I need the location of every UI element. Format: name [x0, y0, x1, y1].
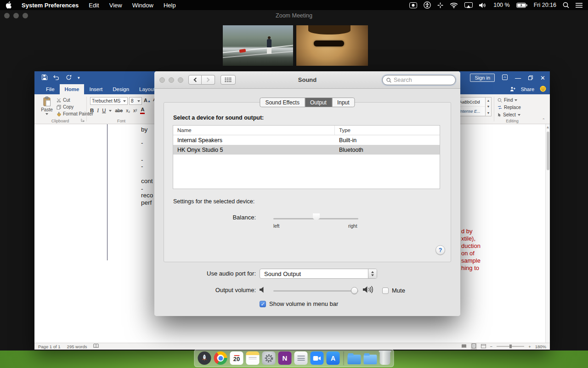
- replace-button[interactable]: Replace: [498, 105, 521, 110]
- onenote-icon[interactable]: N: [278, 351, 292, 365]
- tab-output[interactable]: Output: [305, 98, 332, 107]
- zoom-percentage[interactable]: 180%: [535, 344, 546, 349]
- tab-home[interactable]: Home: [60, 84, 85, 94]
- font-color-button[interactable]: A: [140, 107, 145, 114]
- wifi-status-icon[interactable]: [450, 2, 458, 8]
- system-preferences-icon[interactable]: [262, 351, 276, 365]
- select-button[interactable]: Select: [498, 112, 520, 117]
- participant-video-2[interactable]: [296, 25, 368, 66]
- notification-center-icon[interactable]: [576, 3, 582, 8]
- word-count[interactable]: 295 words: [67, 344, 87, 349]
- strikethrough-button[interactable]: abe: [115, 108, 123, 113]
- share-button[interactable]: Share: [521, 86, 534, 92]
- table-row-selected[interactable]: HK Onyx Studio 5 Bluetooth: [173, 145, 440, 155]
- zoom-out-button[interactable]: −: [490, 344, 493, 349]
- italic-button[interactable]: I: [97, 108, 99, 113]
- undo-button[interactable]: [53, 74, 60, 82]
- spotlight-icon[interactable]: [563, 2, 569, 8]
- tab-file[interactable]: File: [41, 84, 60, 94]
- menu-bar-clock[interactable]: Fri 20:16: [534, 2, 556, 8]
- styles-more-icon[interactable]: ▼: [487, 111, 490, 115]
- clipboard-dialog-launcher-icon[interactable]: [81, 118, 85, 123]
- volume-status-icon[interactable]: [479, 2, 487, 8]
- scrollbar-thumb[interactable]: [547, 132, 549, 170]
- find-button[interactable]: Find: [498, 98, 517, 103]
- launchpad-icon[interactable]: [198, 351, 211, 365]
- style-normal[interactable]: AaBbCcDd: [458, 98, 485, 107]
- notes-icon[interactable]: [246, 351, 260, 365]
- search-field[interactable]: [382, 75, 456, 85]
- font-size-combobox[interactable]: 8: [129, 97, 142, 105]
- style-intense[interactable]: Intense E...: [458, 107, 485, 116]
- minimize-button[interactable]: —: [515, 75, 521, 81]
- participant-video-1[interactable]: [223, 25, 293, 66]
- audio-port-dropdown[interactable]: Sound Output: [260, 269, 377, 279]
- scroll-up-icon[interactable]: ▲: [546, 125, 550, 129]
- zoom-in-button[interactable]: +: [528, 344, 531, 349]
- cut-button[interactable]: Cut: [57, 98, 70, 103]
- print-layout-button[interactable]: [471, 343, 477, 350]
- styles-up-icon[interactable]: ▲: [487, 99, 490, 102]
- paste-button[interactable]: Paste: [39, 97, 55, 119]
- trash-icon[interactable]: [380, 352, 390, 365]
- search-input[interactable]: [394, 77, 444, 83]
- zoom-slider-thumb[interactable]: [509, 345, 512, 348]
- feedback-smiley-icon[interactable]: [540, 86, 546, 93]
- mute-checkbox[interactable]: [382, 288, 389, 294]
- output-volume-thumb[interactable]: [351, 287, 358, 294]
- copy-button[interactable]: Copy: [57, 104, 74, 109]
- underline-caret-icon[interactable]: [109, 110, 112, 113]
- documents-folder-icon[interactable]: [364, 355, 377, 364]
- bold-button[interactable]: B: [90, 108, 94, 113]
- show-volume-checkbox[interactable]: [260, 301, 266, 307]
- display-status-icon[interactable]: [464, 2, 473, 8]
- proofing-icon[interactable]: [93, 344, 99, 349]
- redo-button[interactable]: [66, 74, 72, 82]
- generic-app-icon[interactable]: [294, 351, 308, 365]
- apple-menu-icon[interactable]: [6, 1, 11, 9]
- format-painter-button[interactable]: Format Painter: [57, 111, 93, 116]
- active-app-menu[interactable]: System Preferences: [22, 2, 79, 9]
- zoom-slider[interactable]: [497, 346, 524, 347]
- help-button[interactable]: ?: [435, 245, 445, 255]
- cross-star-status-icon[interactable]: [437, 2, 443, 8]
- vertical-scrollbar[interactable]: ▲: [545, 124, 550, 343]
- customize-qat-caret-icon[interactable]: ▾: [78, 76, 80, 80]
- close-button[interactable]: ✕: [540, 75, 545, 81]
- page-indicator[interactable]: Page 1 of 1: [38, 344, 61, 349]
- output-volume-slider[interactable]: [273, 290, 358, 292]
- column-name[interactable]: Name: [173, 126, 335, 135]
- restore-button[interactable]: [528, 74, 533, 82]
- save-button[interactable]: [42, 74, 47, 82]
- styles-gallery[interactable]: AaBbCcDd Intense E...: [457, 97, 486, 116]
- app-store-icon[interactable]: A: [327, 351, 340, 365]
- zoom-app-icon[interactable]: [311, 351, 324, 365]
- underline-button[interactable]: U: [102, 108, 106, 113]
- sign-in-button[interactable]: Sign in: [470, 74, 495, 82]
- accessibility-status-icon[interactable]: [424, 1, 431, 9]
- menu-view[interactable]: View: [109, 2, 122, 9]
- font-name-combobox[interactable]: Trebuchet MS: [90, 97, 128, 105]
- menu-edit[interactable]: Edit: [89, 2, 99, 9]
- collapse-ribbon-icon[interactable]: ⌃: [542, 118, 545, 122]
- camera-status-icon[interactable]: [409, 2, 417, 8]
- superscript-button[interactable]: x²: [133, 108, 137, 113]
- downloads-folder-icon[interactable]: [348, 355, 361, 364]
- menu-help[interactable]: Help: [164, 2, 176, 9]
- tab-input[interactable]: Input: [332, 98, 355, 107]
- tab-design[interactable]: Design: [107, 84, 134, 94]
- grow-font-button[interactable]: A▲: [144, 98, 151, 103]
- web-layout-button[interactable]: [481, 344, 486, 349]
- tab-sound-effects[interactable]: Sound Effects: [260, 98, 305, 107]
- read-mode-button[interactable]: [461, 344, 467, 349]
- calendar-icon[interactable]: 20: [230, 351, 243, 365]
- table-row[interactable]: Internal Speakers Built-in: [173, 135, 440, 145]
- battery-icon[interactable]: [516, 3, 527, 8]
- column-type[interactable]: Type: [335, 126, 351, 135]
- subscript-button[interactable]: x₂: [126, 108, 130, 113]
- chrome-icon[interactable]: [214, 351, 227, 365]
- menu-window[interactable]: Window: [132, 2, 153, 9]
- ribbon-display-options-icon[interactable]: [502, 74, 508, 82]
- tab-insert[interactable]: Insert: [84, 84, 107, 94]
- styles-down-icon[interactable]: ▼: [487, 105, 490, 108]
